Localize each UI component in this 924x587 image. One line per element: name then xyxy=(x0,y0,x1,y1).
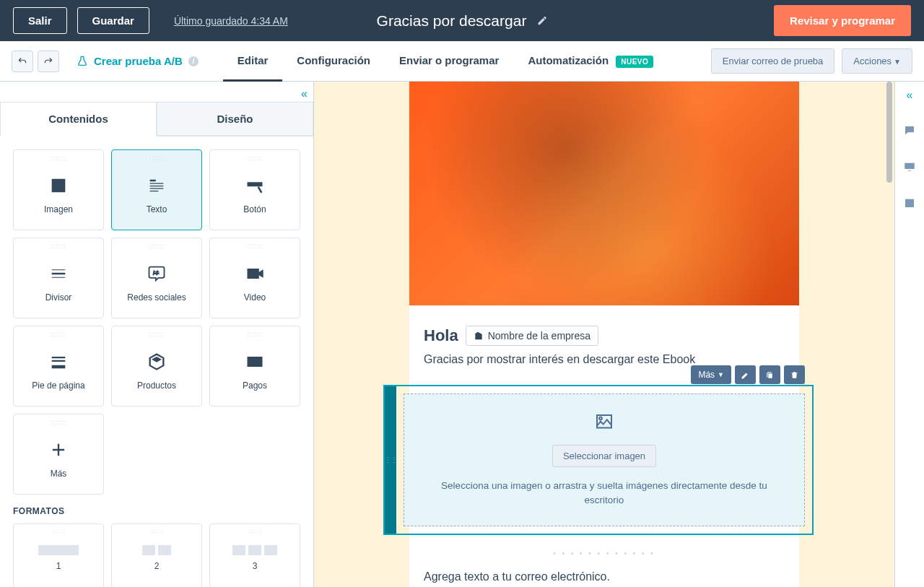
block-social-label: Redes sociales xyxy=(127,292,186,303)
company-token-label: Nombre de la empresa xyxy=(488,330,590,342)
collapse-right-icon[interactable]: « xyxy=(907,89,913,102)
hashtag-icon xyxy=(147,259,167,288)
select-image-button[interactable]: Seleccionar imagen xyxy=(552,445,656,467)
tab-automation-label: Automatización xyxy=(528,54,609,66)
module-toolbar: Más ▼ xyxy=(691,365,805,384)
email-content-lower: • • • • • • • • • • • • Agrega texto a t… xyxy=(409,549,799,588)
comments-icon[interactable] xyxy=(902,123,917,138)
text-placeholder[interactable]: Agrega texto a tu correo electrónico. xyxy=(424,570,785,588)
block-products-label: Productos xyxy=(137,381,176,391)
formats-title: FORMATOS xyxy=(13,506,300,516)
block-footer-label: Pie de página xyxy=(32,381,84,391)
greeting-text: Hola xyxy=(424,326,458,345)
block-products[interactable]: ::::::Productos xyxy=(111,326,202,406)
scrollbar-thumb[interactable] xyxy=(886,82,892,183)
box-icon xyxy=(147,347,167,376)
email-body: Hola Nombre de la empresa Gracias por mo… xyxy=(409,82,799,587)
actions-dropdown[interactable]: Acciones▼ xyxy=(842,48,912,74)
save-button[interactable]: Guardar xyxy=(77,7,149,34)
chevron-down-icon: ▼ xyxy=(718,371,724,378)
block-social[interactable]: ::::::Redes sociales xyxy=(111,238,202,318)
ab-test-label: Crear prueba A/B xyxy=(94,55,183,67)
image-placeholder-icon xyxy=(426,412,783,436)
info-icon[interactable]: i xyxy=(188,56,199,66)
card-icon xyxy=(245,347,265,376)
video-icon xyxy=(245,259,265,288)
calendar-icon[interactable] xyxy=(902,196,917,210)
module-more-button[interactable]: Más ▼ xyxy=(691,365,731,384)
subnav-right-actions: Enviar correo de prueba Acciones▼ xyxy=(711,48,912,74)
block-payments[interactable]: ::::::Pagos xyxy=(209,326,300,406)
flask-icon xyxy=(77,56,88,67)
tab-automation[interactable]: Automatización NUEVO xyxy=(513,41,668,82)
tab-send[interactable]: Enviar o programar xyxy=(385,41,513,82)
module-clone-button[interactable] xyxy=(759,365,780,384)
format-1-label: 1 xyxy=(56,561,61,571)
actions-label: Acciones xyxy=(853,56,892,66)
left-panel: « Contenidos Diseño ::::::Imagen ::::::T… xyxy=(0,82,314,587)
lp-tab-contents[interactable]: Contenidos xyxy=(0,102,157,136)
format-1col[interactable]: ::::::1 xyxy=(13,523,104,587)
trash-icon xyxy=(790,370,799,380)
block-footer[interactable]: ::::::Pie de página xyxy=(13,326,104,406)
block-image[interactable]: ::::::Imagen xyxy=(13,149,104,230)
ab-test-link[interactable]: Crear prueba A/B i xyxy=(77,55,199,67)
tab-config[interactable]: Configuración xyxy=(282,41,385,82)
button-icon xyxy=(245,171,265,200)
block-more[interactable]: ::::::Más xyxy=(13,414,104,495)
format-3-label: 3 xyxy=(253,561,258,571)
block-payments-label: Pagos xyxy=(243,381,267,391)
company-token-chip[interactable]: Nombre de la empresa xyxy=(466,326,598,346)
intro-text[interactable]: Gracias por mostrar interés en descargar… xyxy=(424,353,785,366)
lp-tab-design[interactable]: Diseño xyxy=(157,102,313,135)
image-icon xyxy=(48,171,69,200)
send-test-button[interactable]: Enviar correo de prueba xyxy=(711,48,834,74)
nav-tabs: Editar Configuración Enviar o programar … xyxy=(223,41,668,82)
block-image-label: Imagen xyxy=(44,204,73,214)
text-icon xyxy=(147,171,167,200)
scrollbar-track xyxy=(886,82,893,587)
block-grid: ::::::Imagen ::::::Texto ::::::Botón :::… xyxy=(13,149,300,495)
hero-image[interactable] xyxy=(409,82,799,305)
review-schedule-button[interactable]: Revisar y programar xyxy=(774,5,911,36)
plus-icon xyxy=(48,435,69,464)
block-more-label: Más xyxy=(51,469,67,479)
block-text-label: Texto xyxy=(147,204,167,214)
canvas[interactable]: Hola Nombre de la empresa Gracias por mo… xyxy=(314,82,894,587)
format-2-label: 2 xyxy=(154,561,160,571)
formats-grid: ::::::1 ::::::2 ::::::3 xyxy=(13,523,300,587)
desktop-preview-icon[interactable] xyxy=(902,160,917,174)
greeting-row: Hola Nombre de la empresa xyxy=(424,326,785,346)
copy-icon xyxy=(765,370,775,380)
selected-image-module[interactable]: Más ▼ Seleccionar imagen Selecciona una … xyxy=(383,385,814,535)
last-saved-link[interactable]: Último guardado 4:34 AM xyxy=(174,15,288,27)
left-panel-tabs: Contenidos Diseño xyxy=(0,102,313,136)
chevron-down-icon: ▼ xyxy=(894,58,901,66)
block-video-label: Video xyxy=(244,292,266,303)
exit-button[interactable]: Salir xyxy=(13,7,67,34)
redo-button[interactable] xyxy=(38,51,59,72)
block-video[interactable]: ::::::Video xyxy=(209,238,300,318)
module-more-label: Más xyxy=(698,370,715,380)
page-title: Gracias por descargar xyxy=(377,12,527,30)
block-button[interactable]: ::::::Botón xyxy=(209,149,300,230)
drag-handle[interactable] xyxy=(385,386,396,534)
pencil-icon[interactable] xyxy=(536,15,547,26)
collapse-left-icon[interactable]: « xyxy=(301,87,308,100)
block-divider[interactable]: ::::::Divisor xyxy=(13,238,104,318)
title-container: Gracias por descargar xyxy=(377,12,548,30)
dropzone-hint: Selecciona una imagen o arrastra y suelt… xyxy=(426,479,783,508)
module-edit-button[interactable] xyxy=(735,365,756,384)
image-drop-zone[interactable]: Seleccionar imagen Selecciona una imagen… xyxy=(404,393,805,526)
building-icon xyxy=(474,331,484,341)
block-button-label: Botón xyxy=(243,204,266,214)
section-separator: • • • • • • • • • • • • xyxy=(424,549,785,557)
block-text[interactable]: ::::::Texto xyxy=(111,149,202,230)
format-2col[interactable]: ::::::2 xyxy=(111,523,202,587)
undo-button[interactable] xyxy=(12,51,33,72)
tab-edit[interactable]: Editar xyxy=(223,41,283,82)
module-delete-button[interactable] xyxy=(784,365,805,384)
format-3col[interactable]: ::::::3 xyxy=(209,523,300,587)
left-panel-body: ::::::Imagen ::::::Texto ::::::Botón :::… xyxy=(0,136,313,587)
pencil-icon xyxy=(741,370,750,380)
